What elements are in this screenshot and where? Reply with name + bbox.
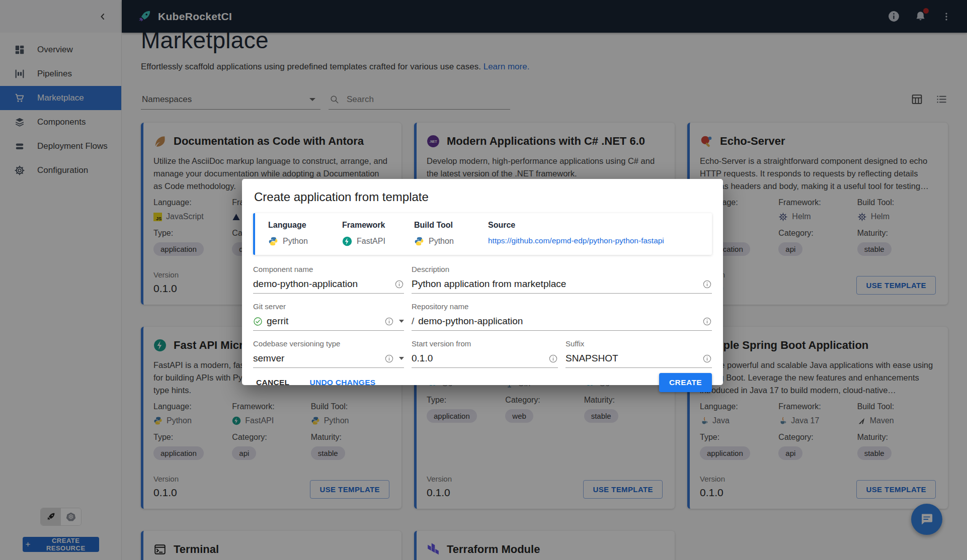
dialog-title: Create application from template xyxy=(254,190,712,204)
python-icon xyxy=(414,236,424,246)
template-info-panel: Language Python Framework FastAPI Build … xyxy=(253,213,712,255)
info-icon xyxy=(702,317,712,326)
screen: KubeRocketCI Overview xyxy=(0,0,967,560)
description-field: Description xyxy=(412,265,712,294)
create-application-dialog: Create application from template Languag… xyxy=(242,179,723,385)
info-icon xyxy=(384,317,394,326)
language-label: Language xyxy=(268,221,342,230)
info-icon xyxy=(702,279,712,289)
component-name-label: Component name xyxy=(253,265,404,273)
source-label: Source xyxy=(488,221,702,230)
info-icon xyxy=(394,279,404,289)
suffix-field: Suffix xyxy=(566,339,712,368)
versioning-type-label: Codebase versioning type xyxy=(253,339,404,348)
versioning-type-select[interactable]: semver xyxy=(253,353,404,368)
python-icon xyxy=(268,236,278,246)
suffix-label: Suffix xyxy=(566,339,712,348)
check-circle-icon xyxy=(253,317,263,326)
git-server-field: Git server gerrit xyxy=(253,302,404,331)
start-version-label: Start version from xyxy=(412,339,558,348)
build-tool-value: Python xyxy=(429,237,454,246)
dialog-form: Component name Description Git se xyxy=(253,265,712,368)
cancel-button[interactable]: CANCEL xyxy=(253,378,292,388)
info-icon xyxy=(548,354,558,363)
framework-label: Framework xyxy=(342,221,414,230)
build-tool-label: Build Tool xyxy=(414,221,488,230)
info-icon xyxy=(384,354,394,363)
fastapi-icon xyxy=(342,236,352,246)
start-version-input[interactable] xyxy=(412,353,544,364)
description-label: Description xyxy=(412,265,712,273)
git-server-label: Git server xyxy=(253,302,404,311)
source-link[interactable]: https://github.com/epmd-edp/python-pytho… xyxy=(488,236,664,245)
chevron-down-icon xyxy=(399,320,404,323)
create-button[interactable]: CREATE xyxy=(659,373,712,392)
repository-prefix: / xyxy=(412,316,414,327)
repository-name-input[interactable] xyxy=(418,316,698,327)
versioning-type-value: semver xyxy=(253,353,380,364)
language-value: Python xyxy=(283,237,308,246)
component-name-input[interactable] xyxy=(253,278,390,290)
component-name-field: Component name xyxy=(253,265,404,294)
description-input[interactable] xyxy=(412,278,698,290)
versioning-type-field: Codebase versioning type semver xyxy=(253,339,404,368)
suffix-input[interactable] xyxy=(566,353,698,364)
framework-value: FastAPI xyxy=(357,237,385,246)
dialog-actions: CANCEL UNDO CHANGES CREATE xyxy=(253,368,712,392)
chevron-down-icon xyxy=(399,357,404,360)
info-icon xyxy=(702,354,712,363)
git-server-value: gerrit xyxy=(267,316,380,327)
repository-name-field: Repository name / xyxy=(412,302,712,331)
start-version-field: Start version from xyxy=(412,339,558,368)
git-server-select[interactable]: gerrit xyxy=(253,316,404,331)
repository-name-label: Repository name xyxy=(412,302,712,311)
undo-changes-button[interactable]: UNDO CHANGES xyxy=(306,378,378,388)
